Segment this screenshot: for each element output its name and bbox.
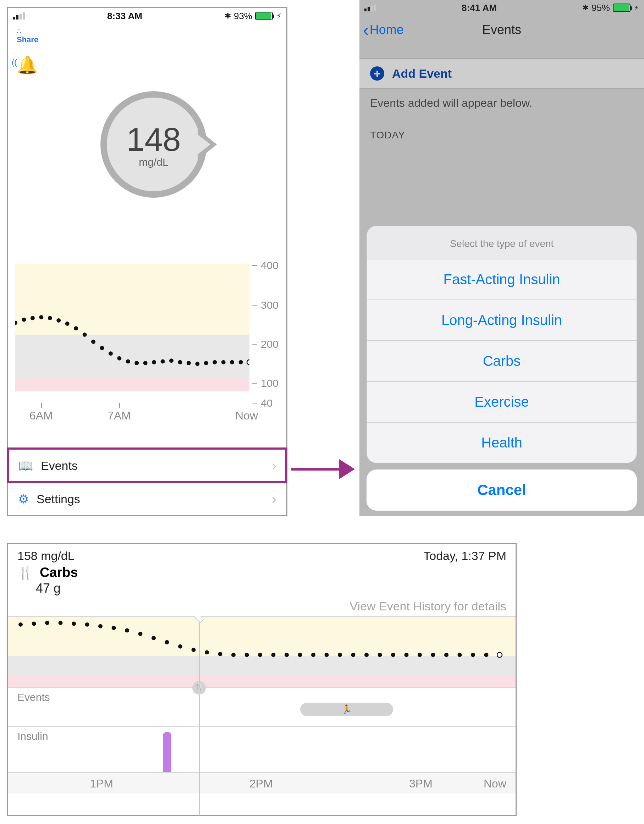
home-trend-chart[interactable]: 400 300 200 100 40 6AM 7AM Now (15, 264, 279, 420)
svg-point-28 (247, 360, 249, 365)
sheet-option-fast-insulin[interactable]: Fast-Acting Insulin (367, 259, 636, 300)
svg-point-57 (391, 653, 395, 657)
svg-point-64 (484, 653, 489, 657)
share-icon: ∴ (17, 27, 286, 35)
svg-point-5 (57, 318, 61, 323)
action-sheet: Select the type of event Fast-Acting Ins… (367, 226, 637, 510)
status-bar: 8:33 AM ✱ 93% ⚡︎ (8, 8, 286, 24)
battery-icon (255, 12, 273, 20)
flow-arrow-icon (291, 458, 355, 480)
svg-point-42 (192, 648, 196, 652)
events-track: Events 🍴 🏃 (8, 687, 516, 726)
svg-point-19 (178, 360, 182, 364)
sheet-cancel-button[interactable]: Cancel (367, 469, 637, 510)
add-event-row[interactable]: + Add Event (360, 58, 644, 89)
svg-point-47 (258, 653, 262, 657)
signal-icon (13, 12, 25, 20)
nav-bar: ‹ Home Events (360, 15, 644, 44)
menu-settings-label: Settings (37, 492, 80, 506)
events-icon: 📖 (18, 458, 33, 473)
status-time: 8:41 AM (462, 3, 497, 14)
history-hint[interactable]: View Event History for details (8, 600, 516, 616)
svg-point-38 (138, 632, 143, 636)
glucose-unit: mg/dL (139, 156, 168, 168)
svg-point-46 (245, 653, 249, 657)
svg-point-14 (134, 361, 139, 365)
events-screen: 8:41 AM ✱ 95% ⚡︎ ‹ Home Events + Add Eve… (360, 0, 644, 517)
detail-timestamp: Today, 1:37 PM (423, 549, 506, 563)
svg-point-55 (364, 653, 369, 657)
svg-point-40 (165, 640, 169, 644)
bluetooth-icon: ✱ (582, 3, 589, 12)
insulin-track: Insulin (8, 726, 516, 772)
time-marker[interactable] (199, 617, 200, 815)
svg-point-6 (65, 321, 69, 326)
svg-point-11 (109, 351, 113, 355)
svg-point-37 (125, 629, 129, 633)
events-subtext: Events added will appear below. (360, 89, 644, 126)
svg-point-53 (338, 653, 342, 657)
svg-point-54 (351, 653, 355, 657)
detail-trend-chart[interactable] (8, 616, 516, 687)
detail-event-label: Carbs (40, 565, 78, 580)
event-marker-carbs-icon[interactable]: 🍴 (192, 681, 206, 695)
share-button[interactable]: ∴ Share (8, 24, 286, 45)
menu-events-row[interactable]: 📖 Events › (8, 449, 286, 482)
event-marker-exercise-icon[interactable]: 🏃 (300, 703, 393, 716)
page-title: Events (360, 22, 644, 37)
svg-point-29 (18, 623, 23, 627)
svg-point-43 (205, 650, 209, 654)
svg-point-4 (48, 316, 52, 320)
svg-point-23 (212, 360, 217, 364)
svg-point-35 (98, 624, 103, 629)
svg-point-9 (91, 340, 95, 344)
svg-point-31 (45, 621, 49, 625)
svg-point-32 (58, 621, 63, 625)
battery-percent: 95% (592, 3, 610, 14)
svg-point-0 (15, 321, 17, 325)
signal-icon (364, 4, 376, 11)
sheet-option-long-insulin[interactable]: Long-Acting Insulin (367, 300, 636, 340)
sheet-option-carbs[interactable]: Carbs (367, 340, 636, 381)
svg-point-12 (117, 356, 121, 361)
menu-settings-row[interactable]: ⚙ Settings › (8, 482, 286, 515)
sheet-option-exercise[interactable]: Exercise (367, 381, 636, 422)
gear-icon: ⚙ (18, 492, 29, 506)
svg-point-61 (444, 653, 449, 657)
svg-point-52 (325, 653, 329, 657)
trend-dots (15, 264, 249, 406)
alerts-bell-icon[interactable]: 🔔(( (17, 56, 38, 75)
detail-reading: 158 mg/dL (17, 549, 75, 563)
status-bar: 8:41 AM ✱ 95% ⚡︎ (360, 0, 644, 15)
svg-point-24 (221, 360, 226, 364)
insulin-dose-bar[interactable] (163, 732, 171, 772)
svg-point-1 (22, 318, 26, 322)
svg-point-33 (72, 622, 76, 626)
svg-point-34 (85, 623, 89, 627)
svg-point-7 (74, 326, 78, 331)
menu-events-label: Events (41, 459, 78, 473)
bluetooth-icon: ✱ (224, 11, 231, 21)
svg-point-59 (418, 653, 422, 657)
svg-point-36 (112, 626, 116, 630)
svg-point-30 (32, 622, 36, 626)
svg-point-48 (271, 653, 276, 657)
chevron-right-icon: › (272, 491, 277, 507)
svg-point-17 (161, 360, 165, 364)
trend-dots (8, 617, 516, 688)
svg-point-16 (152, 360, 156, 364)
svg-point-60 (431, 653, 435, 657)
battery-percent: 93% (234, 11, 252, 22)
sheet-option-health[interactable]: Health (367, 422, 636, 463)
glucose-gauge: 148 mg/dL (100, 91, 214, 205)
svg-point-2 (31, 316, 35, 320)
svg-point-49 (284, 653, 289, 657)
svg-point-22 (204, 361, 208, 365)
x-axis: 1PM 2PM 3PM Now (8, 772, 516, 793)
svg-point-10 (100, 346, 104, 350)
svg-point-66 (497, 652, 502, 657)
svg-point-25 (230, 360, 234, 364)
carbs-icon: 🍴 (17, 565, 33, 580)
trend-arrow-icon (198, 129, 217, 160)
svg-point-45 (231, 653, 235, 657)
